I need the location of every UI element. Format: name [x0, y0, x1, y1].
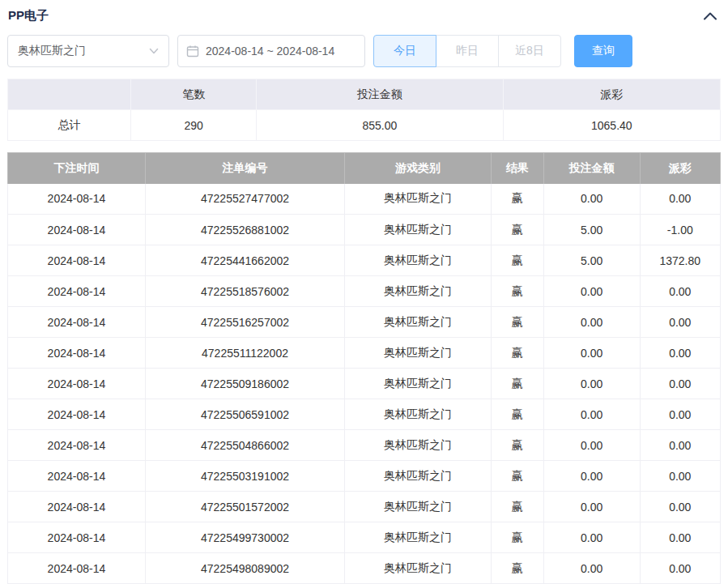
- bet-payout: 0.00: [640, 430, 720, 461]
- summary-total-count: 290: [131, 110, 257, 141]
- bet-result: 赢: [491, 215, 543, 245]
- last-8-days-button[interactable]: 近8日: [498, 35, 561, 67]
- pp-electronic-panel: PP电子 奥林匹斯之门 2024-08-14 ~ 2024-08-14 今日 昨…: [0, 0, 728, 584]
- bet-payout: 0.00: [640, 399, 720, 430]
- table-row: 2024-08-1447225504866002奥林匹斯之门赢0.000.00: [8, 430, 721, 461]
- quick-range-group: 今日 昨日 近8日: [373, 35, 561, 67]
- bet-date: 2024-08-14: [8, 430, 146, 461]
- bet-date: 2024-08-14: [8, 492, 146, 522]
- filter-bar: 奥林匹斯之门 2024-08-14 ~ 2024-08-14 今日 昨日 近8日…: [0, 28, 728, 79]
- bet-result: 赢: [491, 307, 543, 338]
- game-name: 奥林匹斯之门: [345, 553, 491, 584]
- bet-payout: 0.00: [640, 492, 720, 522]
- calendar-icon: [186, 45, 199, 58]
- game-name: 奥林匹斯之门: [345, 399, 491, 430]
- bet-date: 2024-08-14: [8, 553, 146, 584]
- summary-total-label: 总计: [8, 110, 131, 141]
- bet-amount: 0.00: [543, 184, 640, 215]
- bet-result: 赢: [491, 522, 543, 553]
- bet-date: 2024-08-14: [8, 245, 146, 276]
- summary-header-blank: [8, 79, 131, 110]
- game-name: 奥林匹斯之门: [345, 184, 491, 215]
- bet-date: 2024-08-14: [8, 369, 146, 399]
- bet-id: 47225499730002: [145, 522, 344, 553]
- bet-id: 47225504866002: [145, 430, 344, 461]
- summary-table: 笔数 投注金额 派彩 总计 290 855.00 1065.40: [7, 79, 721, 141]
- bet-payout: -1.00: [640, 215, 720, 245]
- bet-date: 2024-08-14: [8, 276, 146, 307]
- bet-payout: 0.00: [640, 307, 720, 338]
- bet-id: 47225503191002: [145, 461, 344, 492]
- bet-amount: 0.00: [543, 522, 640, 553]
- bet-id: 47225511122002: [145, 338, 344, 369]
- table-row: 2024-08-1447225499730002奥林匹斯之门赢0.000.00: [8, 522, 721, 553]
- bet-date: 2024-08-14: [8, 522, 146, 553]
- bet-result: 赢: [491, 184, 543, 215]
- bet-result: 赢: [491, 492, 543, 522]
- table-row: 2024-08-1447225498089002奥林匹斯之门赢0.000.00: [8, 553, 721, 584]
- bet-id: 47225527477002: [145, 184, 344, 215]
- game-name: 奥林匹斯之门: [345, 307, 491, 338]
- bet-payout: 0.00: [640, 461, 720, 492]
- page-title: PP电子: [8, 8, 49, 23]
- summary-table-wrap: 笔数 投注金额 派彩 总计 290 855.00 1065.40: [0, 79, 728, 141]
- col-payout: 派彩: [640, 153, 720, 184]
- yesterday-button[interactable]: 昨日: [436, 35, 499, 67]
- table-row: 2024-08-1447225506591002奥林匹斯之门赢0.000.00: [8, 399, 721, 430]
- bet-id: 47225516257002: [145, 307, 344, 338]
- bet-payout: 0.00: [640, 522, 720, 553]
- bet-amount: 0.00: [543, 307, 640, 338]
- summary-total-bet-amount: 855.00: [257, 110, 503, 141]
- bet-payout: 0.00: [640, 276, 720, 307]
- bet-result: 赢: [491, 276, 543, 307]
- bet-date: 2024-08-14: [8, 184, 146, 215]
- bet-result: 赢: [491, 553, 543, 584]
- bet-amount: 0.00: [543, 553, 640, 584]
- date-range-input[interactable]: 2024-08-14 ~ 2024-08-14: [177, 35, 365, 67]
- bet-date: 2024-08-14: [8, 215, 146, 245]
- summary-header-row: 笔数 投注金额 派彩: [8, 79, 721, 110]
- game-name: 奥林匹斯之门: [345, 276, 491, 307]
- bet-date: 2024-08-14: [8, 461, 146, 492]
- table-row: 2024-08-1447225516257002奥林匹斯之门赢0.000.00: [8, 307, 721, 338]
- bet-result: 赢: [491, 338, 543, 369]
- bet-amount: 0.00: [543, 430, 640, 461]
- bet-amount: 0.00: [543, 276, 640, 307]
- bet-payout: 0.00: [640, 184, 720, 215]
- bet-amount: 5.00: [543, 215, 640, 245]
- summary-total-payout: 1065.40: [503, 110, 720, 141]
- caret-down-icon: [149, 48, 159, 54]
- bet-id: 47225506591002: [145, 399, 344, 430]
- game-select[interactable]: 奥林匹斯之门: [7, 35, 169, 67]
- col-bet-amount: 投注金额: [543, 153, 640, 184]
- game-name: 奥林匹斯之门: [345, 522, 491, 553]
- bet-date: 2024-08-14: [8, 307, 146, 338]
- bet-amount: 0.00: [543, 399, 640, 430]
- bet-amount: 5.00: [543, 245, 640, 276]
- game-name: 奥林匹斯之门: [345, 461, 491, 492]
- date-range-value: 2024-08-14 ~ 2024-08-14: [206, 45, 334, 58]
- game-name: 奥林匹斯之门: [345, 215, 491, 245]
- bet-id: 47225498089002: [145, 553, 344, 584]
- bet-amount: 0.00: [543, 338, 640, 369]
- table-row: 2024-08-1447225503191002奥林匹斯之门赢0.000.00: [8, 461, 721, 492]
- bet-amount: 0.00: [543, 461, 640, 492]
- bet-id: 47225509186002: [145, 369, 344, 399]
- bets-table-body: 2024-08-1447225527477002奥林匹斯之门赢0.000.002…: [8, 184, 721, 584]
- bet-id: 47225501572002: [145, 492, 344, 522]
- col-bet-id: 注单编号: [145, 153, 344, 184]
- panel-header: PP电子: [0, 0, 728, 28]
- table-row: 2024-08-1447225527477002奥林匹斯之门赢0.000.00: [8, 184, 721, 215]
- summary-header-payout: 派彩: [503, 79, 720, 110]
- today-button[interactable]: 今日: [373, 35, 436, 67]
- table-row: 2024-08-1447225511122002奥林匹斯之门赢0.000.00: [8, 338, 721, 369]
- bet-payout: 1372.80: [640, 245, 720, 276]
- bet-date: 2024-08-14: [8, 338, 146, 369]
- table-row: 2024-08-1447225526881002奥林匹斯之门赢5.00-1.00: [8, 215, 721, 245]
- table-row: 2024-08-1447225501572002奥林匹斯之门赢0.000.00: [8, 492, 721, 522]
- search-button[interactable]: 查询: [574, 35, 632, 67]
- col-bet-time: 下注时间: [8, 153, 146, 184]
- collapse-chevron-up-icon[interactable]: [704, 12, 717, 20]
- summary-header-bet-amount: 投注金额: [257, 79, 503, 110]
- summary-header-count: 笔数: [131, 79, 257, 110]
